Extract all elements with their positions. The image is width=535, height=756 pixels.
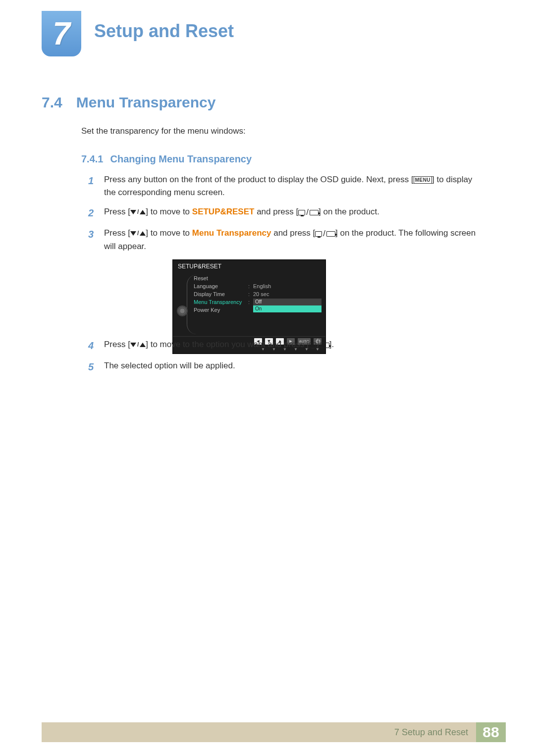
- step-number: 5: [88, 359, 97, 375]
- section-title: Menu Transparency: [76, 94, 216, 111]
- section-intro: Set the transparency for the menu window…: [81, 126, 246, 136]
- footer-page-number: 88: [476, 722, 506, 742]
- step-text: Press any button on the front of the pro…: [104, 173, 480, 200]
- chapter-tab: 7: [42, 11, 81, 56]
- footer-breadcrumb: 7 Setup and Reset: [42, 722, 476, 742]
- osd-sidebar: [173, 272, 193, 336]
- highlight-menu-transparency: Menu Transparency: [192, 228, 271, 238]
- osd-menu-list: Reset Language : English Display Time : …: [193, 272, 325, 336]
- step-3: 3 Press [/] to move to Menu Transparency…: [88, 227, 480, 253]
- down-up-arrow-icon: /: [130, 340, 146, 350]
- chapter-number: 7: [53, 15, 70, 52]
- osd-option-on: On: [253, 305, 321, 312]
- step-number: 3: [88, 227, 97, 253]
- highlight-setup-reset: SETUP&RESET: [192, 207, 255, 216]
- step-text: Press [/] to move to the option you want…: [104, 338, 334, 353]
- step-1: 1 Press any button on the front of the p…: [88, 173, 480, 200]
- osd-dropdown: Off On: [253, 299, 321, 304]
- subsection-number: 7.4.1: [81, 153, 103, 165]
- source-enter-icon: /: [298, 206, 319, 219]
- step-5: 5 The selected option will be applied.: [88, 359, 480, 375]
- subsection-title: Changing Menu Transparency: [110, 153, 252, 165]
- gear-icon: [178, 306, 187, 315]
- osd-row-display-time: Display Time : 20 sec: [193, 290, 325, 298]
- section-heading: 7.4 Menu Transparency: [42, 94, 215, 111]
- osd-title: SETUP&RESET: [173, 260, 325, 272]
- step-2: 2 Press [/] to move to SETUP&RESET and p…: [88, 205, 480, 221]
- subsection-heading: 7.4.1 Changing Menu Transparency: [81, 153, 252, 165]
- osd-row-language: Language : English: [193, 282, 325, 290]
- down-up-arrow-icon: /: [130, 229, 146, 238]
- steps-list: 1 Press any button on the front of the p…: [88, 173, 480, 361]
- steps-list-lower: 4 Press [/] to move to the option you wa…: [88, 338, 480, 381]
- step-number: 1: [88, 173, 97, 200]
- page-footer: 7 Setup and Reset 88: [42, 722, 506, 742]
- step-text: Press [/] to move to Menu Transparency a…: [104, 227, 480, 253]
- step-number: 2: [88, 205, 97, 221]
- section-number: 7.4: [42, 94, 62, 111]
- source-enter-icon: /: [315, 227, 335, 240]
- down-up-arrow-icon: /: [130, 207, 146, 217]
- step-4: 4 Press [/] to move to the option you wa…: [88, 338, 480, 353]
- chapter-title: Setup and Reset: [94, 21, 234, 42]
- osd-row-reset: Reset: [193, 274, 325, 282]
- menu-button-icon: MENU: [414, 176, 432, 184]
- step-number: 4: [88, 338, 97, 353]
- source-enter-icon: /: [309, 339, 329, 352]
- osd-row-menu-transparency: Menu Transparency : Off On: [193, 298, 325, 305]
- step-text: Press [/] to move to SETUP&RESET and pre…: [104, 205, 379, 221]
- step-text: The selected option will be applied.: [104, 359, 235, 375]
- osd-option-off: Off: [253, 299, 321, 305]
